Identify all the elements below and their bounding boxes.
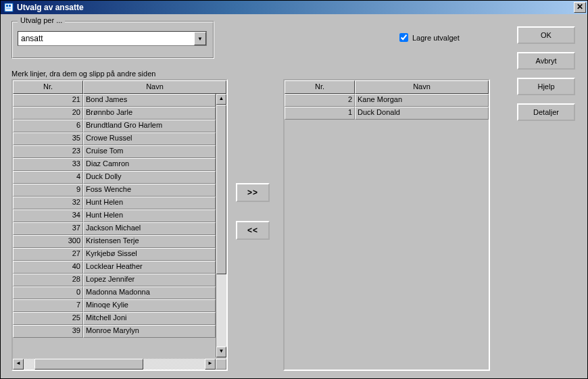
selected-body: 2Kane Morgan1Duck Donald [285, 94, 489, 370]
transfer-buttons: >> << [236, 183, 270, 240]
filter-legend: Utvalg per ... [18, 16, 65, 24]
col-header-nr[interactable]: Nr. [285, 80, 355, 94]
action-buttons: OK Avbryt Hjelp Detaljer [517, 26, 575, 121]
cell-nr: 23 [13, 145, 83, 158]
save-selection-checkbox[interactable]: Lagre utvalget [399, 33, 460, 42]
filter-combo-value: ansatt [18, 32, 194, 45]
table-row[interactable]: 9Foss Wenche [13, 184, 216, 197]
horizontal-scrollbar[interactable]: ◄ ► [13, 359, 226, 370]
move-left-button[interactable]: << [236, 221, 270, 240]
table-row[interactable]: 27Kyrkjebø Sissel [13, 248, 216, 261]
svg-rect-1 [6, 5, 8, 7]
cell-name: Crowe Russel [83, 132, 216, 145]
cell-name: Locklear Heather [83, 261, 216, 274]
filter-groupbox: Utvalg per ... ansatt ▼ [11, 21, 214, 59]
cell-name: Mitchell Joni [83, 312, 216, 325]
cell-name: Duck Donald [355, 107, 489, 120]
scroll-down-icon[interactable]: ▼ [216, 347, 226, 357]
details-button[interactable]: Detaljer [517, 103, 575, 121]
cell-nr: 40 [13, 261, 83, 274]
table-row[interactable]: 39Monroe Marylyn [13, 325, 216, 338]
table-row[interactable]: 20Brønnbo Jarle [13, 107, 216, 120]
window-title: Utvalg av ansatte [17, 3, 574, 12]
cell-nr: 35 [13, 132, 83, 145]
selected-list: Nr. Navn 2Kane Morgan1Duck Donald [283, 79, 490, 371]
cell-name: Duck Dolly [83, 171, 216, 184]
available-list: Nr. Navn 21Bond James20Brønnbo Jarle6Bru… [11, 79, 228, 371]
table-row[interactable]: 2Kane Morgan [285, 94, 489, 107]
cell-nr: 2 [285, 94, 355, 107]
table-row[interactable]: 300Kristensen Terje [13, 235, 216, 248]
ok-button[interactable]: OK [517, 26, 575, 44]
save-selection-input[interactable] [399, 33, 408, 42]
svg-rect-2 [9, 5, 11, 7]
cell-nr: 28 [13, 274, 83, 286]
vertical-scrollbar[interactable]: ▲ ▼ [216, 94, 226, 357]
hscroll-track[interactable] [24, 359, 205, 370]
save-selection-label: Lagre utvalget [412, 34, 460, 42]
cell-nr: 300 [13, 235, 83, 248]
scroll-up-icon[interactable]: ▲ [216, 94, 226, 105]
titlebar: Utvalg av ansatte ✕ [1, 1, 587, 14]
table-row[interactable]: 23Cruise Tom [13, 145, 216, 158]
table-row[interactable]: 33Diaz Camron [13, 158, 216, 171]
cell-nr: 32 [13, 197, 83, 209]
close-button[interactable]: ✕ [574, 2, 586, 13]
table-row[interactable]: 4Duck Dolly [13, 171, 216, 184]
cell-nr: 20 [13, 107, 83, 120]
cell-name: Kyrkjebø Sissel [83, 248, 216, 261]
cell-nr: 21 [13, 94, 83, 107]
table-row[interactable]: 21Bond James [13, 94, 216, 107]
col-header-nr[interactable]: Nr. [13, 80, 83, 94]
cell-nr: 4 [13, 171, 83, 184]
cell-nr: 33 [13, 158, 83, 171]
dialog-content: Utvalg per ... ansatt ▼ Lagre utvalget O… [1, 14, 587, 378]
scroll-track[interactable] [216, 105, 226, 347]
cell-name: Kane Morgan [355, 94, 489, 107]
cell-nr: 34 [13, 209, 83, 222]
cell-name: Foss Wenche [83, 184, 216, 197]
drag-hint: Merk linjer, dra dem og slipp på andre s… [11, 70, 155, 78]
cell-nr: 0 [13, 286, 83, 299]
table-row[interactable]: 34Hunt Helen [13, 209, 216, 222]
cell-nr: 7 [13, 299, 83, 312]
chevron-down-icon[interactable]: ▼ [194, 32, 206, 45]
app-icon [3, 2, 14, 13]
table-row[interactable]: 28Lopez Jennifer [13, 274, 216, 286]
cell-name: Hunt Helen [83, 197, 216, 209]
scroll-left-icon[interactable]: ◄ [13, 359, 24, 370]
cell-name: Madonna Madonna [83, 286, 216, 299]
help-button[interactable]: Hjelp [517, 78, 575, 95]
cell-nr: 25 [13, 312, 83, 325]
cell-nr: 37 [13, 222, 83, 235]
available-header: Nr. Navn [13, 80, 226, 94]
table-row[interactable]: 40Locklear Heather [13, 261, 216, 274]
cell-name: Lopez Jennifer [83, 274, 216, 286]
cell-name: Monroe Marylyn [83, 325, 216, 338]
cancel-button[interactable]: Avbryt [517, 52, 575, 70]
cell-name: Cruise Tom [83, 145, 216, 158]
selected-header: Nr. Navn [285, 80, 489, 94]
col-header-name[interactable]: Navn [355, 80, 489, 94]
scroll-right-icon[interactable]: ► [205, 359, 216, 370]
table-row[interactable]: 35Crowe Russel [13, 132, 216, 145]
table-row[interactable]: 6Brundtland Gro Harlem [13, 120, 216, 132]
cell-name: Bond James [83, 94, 216, 107]
cell-name: Jackson Michael [83, 222, 216, 235]
available-body: 21Bond James20Brønnbo Jarle6Brundtland G… [13, 94, 226, 370]
table-row[interactable]: 25Mitchell Joni [13, 312, 216, 325]
table-row[interactable]: 37Jackson Michael [13, 222, 216, 235]
dialog-window: Utvalg av ansatte ✕ Utvalg per ... ansat… [0, 0, 588, 379]
table-row[interactable]: 32Hunt Helen [13, 197, 216, 209]
move-right-button[interactable]: >> [236, 183, 270, 202]
cell-nr: 1 [285, 107, 355, 120]
cell-name: Minoqe Kylie [83, 299, 216, 312]
table-row[interactable]: 7Minoqe Kylie [13, 299, 216, 312]
table-row[interactable]: 1Duck Donald [285, 107, 489, 120]
filter-combo[interactable]: ansatt ▼ [18, 31, 207, 46]
table-row[interactable]: 0Madonna Madonna [13, 286, 216, 299]
cell-name: Brundtland Gro Harlem [83, 120, 216, 132]
cell-name: Kristensen Terje [83, 235, 216, 248]
col-header-name[interactable]: Navn [83, 80, 226, 94]
scroll-corner [216, 359, 226, 370]
